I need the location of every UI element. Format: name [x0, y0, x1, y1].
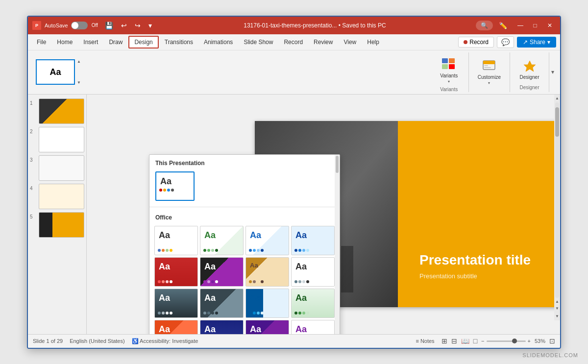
theme-item-orange-dark[interactable]: Aa [154, 320, 198, 334]
slide-thumb-5[interactable]: 5 [30, 212, 84, 238]
picker-scrollbar[interactable] [335, 155, 340, 334]
scroll-next-button[interactable]: ▼ [554, 306, 560, 312]
canvas-scrollbar-vertical[interactable]: ▲ ▲ ▼ ▼ [554, 95, 560, 320]
theme-item-mint[interactable]: Aa [291, 289, 335, 318]
ribbon-content: Aa ▲ ▼ [28, 50, 560, 94]
current-theme-item[interactable]: Aa [155, 171, 195, 201]
main-content: 1 2 3 4 5 [28, 95, 560, 334]
zoom-out-icon[interactable]: − [481, 338, 484, 344]
zoom-slider[interactable]: − + [481, 338, 531, 344]
slide-img-1[interactable] [39, 98, 84, 124]
menu-draw[interactable]: Draw [104, 37, 127, 48]
menu-slideshow[interactable]: Slide Show [239, 37, 278, 48]
slide-info: Slide 1 of 29 [33, 338, 63, 344]
theme-item-plum-light[interactable]: Aa [291, 320, 335, 334]
menu-insert[interactable]: Insert [78, 37, 103, 48]
menu-view[interactable]: View [339, 37, 361, 48]
theme-scroll-down[interactable]: ▼ [77, 80, 82, 85]
theme-scroll-up[interactable]: ▲ [77, 59, 82, 64]
zoom-track[interactable] [487, 340, 526, 342]
menu-record[interactable]: Record [279, 37, 308, 48]
scroll-prev-button[interactable]: ▲ [554, 299, 560, 305]
record-button[interactable]: Record [458, 37, 494, 48]
slide-img-2[interactable] [39, 127, 84, 152]
slide-thumb-1[interactable]: 1 [30, 98, 84, 124]
theme-item-violet[interactable]: Aa [245, 320, 289, 334]
slide-thumb-4[interactable]: 4 [30, 184, 84, 209]
search-box[interactable]: 🔍 [476, 21, 493, 30]
zoom-level[interactable]: 53% [535, 338, 545, 344]
watermark: SLIDEMODEL.COM [522, 352, 578, 358]
theme-item-darkblue[interactable]: Aa [291, 226, 335, 255]
presenter-view-icon[interactable]: □ [473, 337, 477, 345]
comment-button[interactable]: 💬 [497, 36, 514, 48]
scroll-buttons-group: ▲ ▼ [554, 299, 560, 314]
slide-sorter-icon[interactable]: ⊟ [451, 337, 457, 345]
reading-view-icon[interactable]: 📖 [461, 337, 469, 345]
autosave-toggle[interactable] [71, 22, 88, 29]
svg-rect-5 [483, 61, 495, 64]
file-title: 13176-01-taxi-themes-presentatio... • Sa… [154, 22, 476, 29]
record-label: Record [469, 39, 489, 46]
language-indicator: English (United States) [70, 338, 125, 344]
slide-thumb-3[interactable]: 3 [30, 155, 84, 181]
title-bar: P AutoSave Off 💾 ↩ ↪ ▾ 13176-01-taxi-the… [28, 17, 560, 34]
close-button[interactable]: ✕ [543, 21, 556, 30]
minimize-button[interactable]: — [514, 21, 527, 30]
designer-button[interactable]: Designer [516, 56, 542, 82]
theme-item-purple-dark[interactable]: Aa [200, 257, 244, 287]
share-button[interactable]: ↗ Share ▾ [517, 37, 556, 48]
customize-button[interactable]: Customize ▾ [475, 56, 504, 87]
zoom-in-icon[interactable]: + [528, 338, 531, 344]
undo-icon[interactable]: ↩ [119, 21, 129, 30]
variants-icon [441, 56, 457, 72]
fit-window-icon[interactable]: ⊡ [549, 337, 555, 345]
zoom-thumb [512, 339, 517, 343]
theme-item-tan[interactable]: Aa [245, 257, 289, 287]
maximize-button[interactable]: □ [529, 21, 541, 30]
menu-review[interactable]: Review [309, 37, 338, 48]
slide-img-5[interactable] [39, 212, 84, 238]
record-dot [464, 40, 467, 44]
scroll-up-button[interactable]: ▲ [554, 96, 560, 101]
status-bar-right: ≡ Notes ⊞ ⊟ 📖 □ − + 53% ⊡ [413, 337, 555, 345]
accessibility-text: Accessibility: Investigate [140, 338, 198, 344]
current-theme-thumb[interactable]: Aa [36, 59, 75, 85]
theme-item-green[interactable]: Aa [200, 226, 244, 255]
theme-item-charcoal[interactable]: Aa [200, 289, 244, 318]
customize-qat-icon[interactable]: ▾ [147, 21, 154, 30]
save-icon[interactable]: 💾 [103, 21, 115, 30]
theme-item-light[interactable]: Aa [291, 257, 335, 287]
accessibility-indicator[interactable]: ♿ Accessibility: Investigate [132, 338, 198, 344]
scroll-down-button[interactable]: ▼ [554, 314, 560, 319]
slide-thumb-2[interactable]: 2 [30, 127, 84, 152]
menu-transitions[interactable]: Transitions [160, 37, 198, 48]
variants-button[interactable]: Variants ▾ [437, 54, 461, 86]
theme-item-red-dark[interactable]: Aa [154, 257, 198, 287]
theme-picker: This Presentation Aa [149, 154, 340, 334]
theme-item-blue[interactable]: Aa [245, 226, 289, 255]
ribbon-group-designer: Designer Designer [510, 52, 549, 92]
menu-animations[interactable]: Animations [199, 37, 238, 48]
svg-rect-6 [484, 65, 488, 66]
theme-item-office[interactable]: Aa [154, 226, 198, 255]
redo-icon[interactable]: ↪ [133, 21, 143, 30]
theme-item-indigo[interactable]: Aa [200, 320, 244, 334]
ribbon-collapse-button[interactable]: ▾ [549, 52, 556, 92]
draw-icon[interactable]: ✏️ [497, 21, 509, 30]
theme-item-navy-light[interactable]: Aa [245, 289, 289, 318]
ribbon-group-customize: Customize ▾ [469, 52, 510, 92]
menu-design[interactable]: Design [128, 36, 158, 49]
normal-view-icon[interactable]: ⊞ [441, 337, 447, 345]
menu-help[interactable]: Help [362, 37, 384, 48]
theme-item-dark-gray[interactable]: Aa [154, 289, 198, 318]
notes-label: Notes [420, 338, 435, 344]
menu-file[interactable]: File [32, 37, 51, 48]
menu-bar: File Home Insert Draw Design Transitions… [28, 34, 560, 50]
slide-img-3[interactable] [39, 155, 84, 181]
toggle-off-label: Off [92, 23, 98, 28]
menu-home[interactable]: Home [52, 37, 77, 48]
notes-button[interactable]: ≡ Notes [413, 337, 437, 345]
slide-img-4[interactable] [39, 184, 84, 209]
theme-scroll-arrows[interactable]: ▲ ▼ [77, 59, 82, 85]
